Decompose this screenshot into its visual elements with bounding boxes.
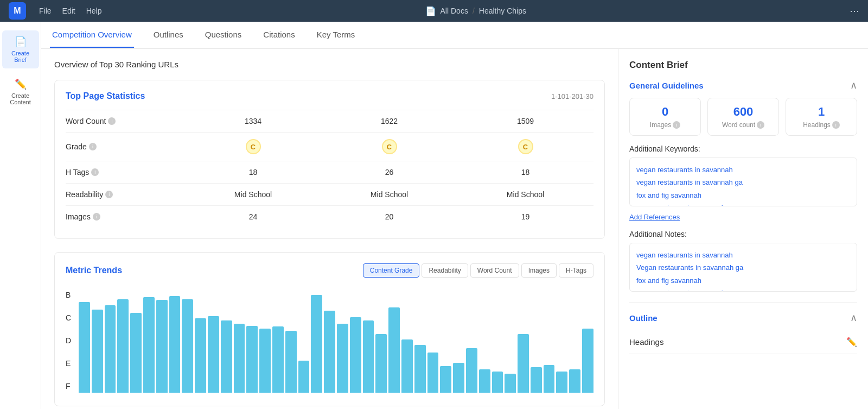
chart-bar — [143, 297, 155, 393]
metric-tab-images[interactable]: Images — [521, 263, 557, 278]
keyword-3: fox and fig savannah — [636, 189, 850, 202]
outline-section-header: Outline ∧ — [629, 303, 857, 324]
chart-bar — [388, 307, 400, 393]
chart-bar — [79, 302, 90, 393]
guideline-card-images: 0 Images i — [629, 98, 701, 136]
chart-bar — [272, 326, 284, 393]
stats-row-val-grade-1: C — [185, 139, 321, 154]
readability-info-icon[interactable]: i — [105, 191, 113, 198]
content-area: Competition Overview Outlines Questions … — [41, 22, 868, 409]
guideline-card-headings: 1 Headings i — [786, 98, 857, 136]
guideline-headings-info[interactable]: i — [832, 121, 840, 129]
chart-label-e: E — [66, 359, 71, 368]
stats-section: Top Page Statistics 1-10 1-20 1-30 Word … — [54, 80, 605, 239]
guideline-images-value: 0 — [636, 105, 694, 119]
stats-row-label-htags: H Tags i — [66, 168, 185, 177]
outline-collapse[interactable]: ∧ — [850, 312, 857, 324]
outline-headings-label: Headings — [629, 337, 846, 347]
stats-col-1-10: 1-10 — [551, 92, 565, 100]
sidebar-item-create-brief[interactable]: 📄 Create Brief — [2, 30, 39, 68]
chart-bar — [427, 353, 439, 393]
keyword-1: vegan restaurants in savannah — [636, 163, 850, 176]
metric-tab-content-grade[interactable]: Content Grade — [363, 263, 420, 278]
share-icon[interactable]: ⋯ — [850, 5, 859, 17]
word-count-info-icon[interactable]: i — [108, 117, 116, 125]
chart-bar — [569, 369, 580, 393]
stats-row-val-readability-2: Mid School — [321, 190, 457, 199]
chart-bar — [130, 313, 142, 393]
stats-row-val-images-3: 19 — [457, 212, 593, 221]
grade-info-icon[interactable]: i — [89, 143, 97, 150]
chart-bar — [375, 334, 387, 393]
left-panel: Overview of Top 30 Ranking URLs Top Page… — [41, 49, 618, 409]
main-layout: 📄 Create Brief ✏️ Create Content Competi… — [0, 22, 868, 409]
tab-competition-overview[interactable]: Competition Overview — [50, 22, 134, 48]
chart-bar — [453, 363, 464, 393]
stats-row-images: Images i 24 20 19 — [66, 205, 593, 228]
stats-col-1-20: 1-20 — [565, 92, 579, 100]
chart-bar — [414, 345, 426, 393]
guideline-word-count-label: Word count i — [714, 121, 772, 129]
notes-box: vegan restaurants in savannah Vegan rest… — [629, 243, 857, 292]
stats-row-val-word-count-3: 1509 — [457, 117, 593, 125]
stats-row-val-grade-2: C — [321, 139, 457, 154]
breadcrumb-all-docs[interactable]: All Docs — [441, 7, 468, 15]
additional-notes-label: Additional Notes: — [629, 230, 857, 238]
chart-bar — [582, 329, 593, 393]
stats-row-val-word-count-2: 1622 — [321, 117, 457, 125]
chart-bar — [401, 339, 413, 393]
metric-tab-word-count[interactable]: Word Count — [470, 263, 519, 278]
chart-bar — [285, 331, 297, 393]
topbar-center: 📄 All Docs / Healthy Chips — [114, 6, 837, 16]
stats-row-val-images-2: 20 — [321, 212, 457, 221]
chart-bar — [350, 317, 361, 393]
chart-bar — [234, 324, 245, 393]
metric-tab-htags[interactable]: H-Tags — [559, 263, 593, 278]
stats-row-val-readability-1: Mid School — [185, 190, 321, 199]
grade-badge-2: C — [382, 139, 397, 154]
stats-row-label-images: Images i — [66, 212, 185, 221]
chart-bar — [259, 329, 271, 393]
note-3: fox and fig savannah — [636, 274, 850, 287]
tab-citations[interactable]: Citations — [261, 22, 297, 48]
stats-row-label-readability: Readability i — [66, 190, 185, 199]
guideline-headings-label: Headings i — [793, 121, 850, 129]
stats-row-htags: H Tags i 18 26 18 — [66, 161, 593, 183]
outline-title: Outline — [629, 313, 850, 323]
tab-key-terms[interactable]: Key Terms — [315, 22, 358, 48]
chart-label-c: C — [66, 313, 71, 322]
menu-help[interactable]: Help — [86, 7, 102, 15]
topbar-menu: File Edit Help — [39, 7, 101, 15]
chart-bar — [479, 369, 490, 393]
topbar: M File Edit Help 📄 All Docs / Healthy Ch… — [0, 0, 868, 22]
create-content-icon: ✏️ — [15, 78, 27, 90]
tab-questions[interactable]: Questions — [203, 22, 244, 48]
stats-row-val-word-count-1: 1334 — [185, 117, 321, 125]
chart-label-f: F — [66, 382, 71, 391]
chart-bar — [556, 372, 567, 393]
metric-header: Metric Trends Content Grade Readability … — [66, 263, 593, 278]
keywords-box: vegan restaurants in savannah vegan rest… — [629, 158, 857, 206]
add-references-link[interactable]: Add References — [629, 213, 857, 221]
metric-tab-readability[interactable]: Readability — [422, 263, 468, 278]
metric-section: Metric Trends Content Grade Readability … — [54, 252, 605, 406]
stats-header: Top Page Statistics 1-10 1-20 1-30 — [66, 91, 593, 101]
outline-edit-icon[interactable]: ✏️ — [846, 337, 857, 347]
chart-bar — [92, 310, 103, 393]
general-guidelines-collapse[interactable]: ∧ — [850, 79, 857, 91]
sidebar-item-create-content[interactable]: ✏️ Create Content — [2, 73, 39, 111]
htags-info-icon[interactable]: i — [91, 168, 99, 176]
menu-edit[interactable]: Edit — [62, 7, 75, 15]
chart-bars — [79, 286, 593, 395]
guideline-headings-value: 1 — [793, 105, 850, 119]
tab-outlines[interactable]: Outlines — [151, 22, 186, 48]
guideline-word-count-info[interactable]: i — [757, 121, 764, 129]
metric-title: Metric Trends — [66, 266, 363, 275]
guideline-images-info[interactable]: i — [673, 121, 680, 129]
menu-file[interactable]: File — [39, 7, 52, 15]
chart-bar — [337, 324, 348, 393]
images-info-icon[interactable]: i — [93, 213, 100, 221]
chart-bar — [518, 334, 529, 393]
document-icon: 📄 — [425, 6, 436, 16]
chart-bar — [440, 366, 451, 393]
